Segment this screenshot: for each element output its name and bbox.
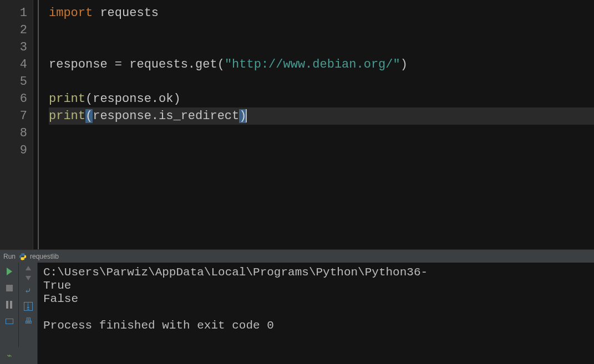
run-console: ⤶ ⭳ 🖶 C:\Users\Parwiz\AppData\Local\Prog…: [0, 263, 594, 364]
console-output[interactable]: C:\Users\Parwiz\AppData\Local\Programs\P…: [38, 263, 594, 364]
arrow-down-icon: [26, 276, 31, 280]
code-line[interactable]: print(response.ok): [49, 90, 594, 107]
console-line: Process finished with exit code 0: [43, 319, 274, 332]
code-line[interactable]: response = requests.get("http://www.debi…: [49, 56, 594, 73]
code-line-active[interactable]: print(response.is_redirect): [49, 107, 594, 125]
matched-bracket: (: [85, 109, 93, 123]
code-line[interactable]: [49, 125, 594, 142]
line-number: 7: [0, 107, 27, 125]
bottom-corner-button[interactable]: ⌁: [0, 347, 19, 364]
stop-button[interactable]: [4, 283, 15, 294]
layout-icon: [6, 319, 13, 324]
pause-icon: [6, 301, 12, 309]
code-content[interactable]: import requests response = requests.get(…: [39, 0, 594, 249]
arrow-up-icon: [26, 266, 31, 270]
code-line[interactable]: [49, 73, 594, 90]
python-console-icon: ⌁: [7, 350, 12, 361]
line-number: 6: [0, 90, 27, 107]
code-line[interactable]: [49, 142, 594, 159]
printer-icon: 🖶: [24, 317, 32, 326]
console-line: C:\Users\Parwiz\AppData\Local\Programs\P…: [43, 266, 428, 279]
console-line: False: [43, 293, 78, 305]
line-number: 1: [0, 4, 27, 22]
download-icon: ⭳: [24, 302, 33, 311]
pause-button[interactable]: [4, 299, 15, 310]
text-cursor: [246, 109, 247, 122]
scroll-up-button[interactable]: [26, 266, 31, 270]
run-tab-name[interactable]: requestlib: [30, 253, 59, 260]
scroll-down-button[interactable]: [26, 276, 31, 280]
run-toolbar-mid: ⤶ ⭳ 🖶: [19, 263, 38, 364]
code-line[interactable]: [49, 22, 594, 39]
export-button[interactable]: ⭳: [24, 302, 33, 311]
line-number: 4: [0, 56, 27, 73]
print-button[interactable]: 🖶: [24, 316, 32, 326]
code-editor[interactable]: 1 2 3 4 5 6 7 8 9 import requests respon…: [0, 0, 594, 249]
code-line[interactable]: import requests: [49, 4, 594, 22]
line-number: 9: [0, 142, 27, 159]
line-number: 2: [0, 22, 27, 39]
wrap-icon: ⤶: [24, 287, 32, 296]
run-tool-header[interactable]: Run requestlib: [0, 249, 594, 263]
python-icon: [19, 253, 27, 260]
code-line[interactable]: [49, 39, 594, 56]
line-number: 8: [0, 125, 27, 142]
layout-button[interactable]: [4, 316, 15, 327]
line-number-gutter: 1 2 3 4 5 6 7 8 9: [0, 0, 33, 249]
soft-wrap-button[interactable]: ⤶: [24, 286, 32, 296]
line-number: 5: [0, 73, 27, 90]
line-number: 3: [0, 39, 27, 56]
stop-icon: [6, 285, 13, 291]
run-label: Run: [3, 253, 16, 260]
run-button[interactable]: [4, 266, 15, 277]
editor-margin: [33, 0, 39, 249]
play-icon: [7, 268, 12, 275]
console-line: True: [43, 279, 71, 292]
